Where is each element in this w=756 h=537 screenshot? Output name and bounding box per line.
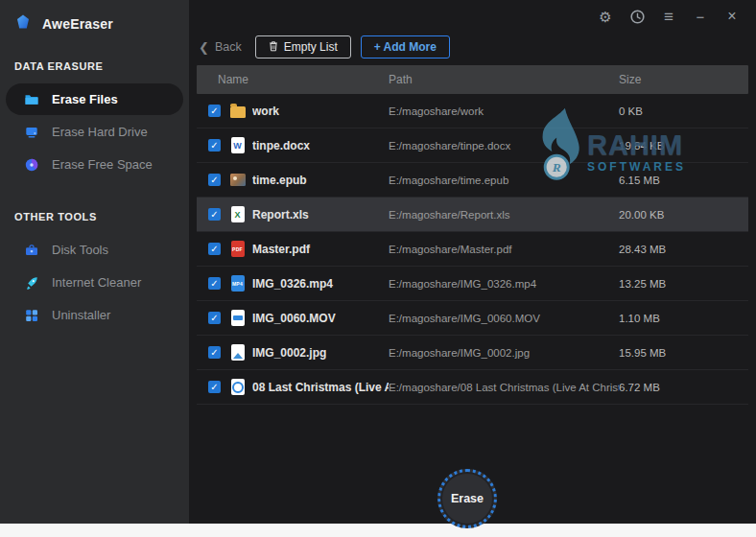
file-type-icon [229, 310, 246, 326]
back-button[interactable]: ❮ Back [199, 40, 242, 55]
file-size: 19.84 KB [619, 140, 748, 152]
sidebar-item-label: Erase Hard Drive [52, 125, 148, 139]
table-row[interactable]: ✓ work E:/magoshare/work 0 KB [197, 94, 748, 128]
file-path: E:/magoshare/Report.xls [389, 209, 619, 221]
sidebar-item-erase-hard-drive[interactable]: Erase Hard Drive [6, 116, 183, 148]
grid-squares-icon [23, 307, 39, 323]
file-path: E:/magoshare/08 Last Christmas (Live At … [389, 382, 619, 393]
sidebar-item-disk-tools[interactable]: Disk Tools [6, 234, 183, 266]
file-type-icon [229, 344, 246, 361]
main-panel: ⚙ ≡ − × ❮ Back Empty List [189, 0, 756, 524]
table-header: Name Path Size [197, 65, 748, 94]
sidebar-item-label: Erase Free Space [52, 157, 153, 172]
file-name: 08 Last Christmas (Live A... [252, 381, 389, 394]
file-path: E:/magoshare/IMG_0060.MOV [389, 313, 619, 324]
row-checkbox[interactable]: ✓ [208, 381, 221, 393]
sidebar: AweEraser DATA ERASURE Erase Files Erase… [0, 0, 189, 524]
file-name: tinpe.docx [252, 139, 389, 152]
table-row[interactable]: ✓ IMG_0060.MOV E:/magoshare/IMG_0060.MOV… [197, 301, 748, 336]
sidebar-item-label: Disk Tools [52, 243, 108, 257]
file-name: IMG_0060.MOV [252, 312, 389, 325]
file-size: 28.43 MB [619, 244, 748, 255]
file-path: E:/magoshare/work [389, 105, 619, 117]
row-checkbox[interactable]: ✓ [208, 105, 221, 117]
section-label-other-tools: OTHER TOOLS [14, 211, 189, 222]
app-window: AweEraser DATA ERASURE Erase Files Erase… [0, 0, 756, 537]
add-more-button[interactable]: + Add More [361, 35, 450, 58]
toolbar: ❮ Back Empty List + Add More [199, 33, 756, 61]
table-row[interactable]: ✓ Master.pdf E:/magoshare/Master.pdf 28.… [197, 232, 748, 267]
table-row[interactable]: ✓ IMG_0002.jpg E:/magoshare/IMG_0002.jpg… [197, 336, 748, 370]
file-size: 6.72 MB [619, 382, 748, 393]
empty-list-button[interactable]: Empty List [255, 35, 351, 58]
menu-icon[interactable]: ≡ [660, 9, 677, 25]
desktop-background-strip [0, 524, 756, 537]
file-size: 1.10 MB [619, 313, 748, 324]
table-row[interactable]: ✓ tinpe.docx E:/magoshare/tinpe.docx 19.… [197, 128, 748, 163]
minimize-icon[interactable]: − [692, 10, 709, 24]
close-icon[interactable]: × [723, 9, 741, 24]
row-checkbox[interactable]: ✓ [208, 243, 221, 255]
row-checkbox[interactable]: ✓ [208, 346, 221, 359]
hard-drive-icon [23, 124, 39, 140]
file-name: Master.pdf [252, 243, 389, 256]
file-type-icon [229, 172, 246, 188]
column-header-path: Path [389, 73, 619, 86]
toolbox-icon [23, 242, 39, 258]
file-size: 6.15 MB [619, 175, 748, 186]
file-path: E:/magoshare/IMG_0326.mp4 [389, 278, 619, 290]
titlebar: ⚙ ≡ − × [189, 0, 756, 33]
sidebar-item-label: Uninstaller [52, 308, 110, 322]
sidebar-item-uninstaller[interactable]: Uninstaller [6, 299, 183, 331]
file-name: IMG_0326.mp4 [252, 277, 389, 291]
sidebar-item-internet-cleaner[interactable]: Internet Cleaner [6, 267, 183, 298]
table-row[interactable]: ✓ IMG_0326.mp4 E:/magoshare/IMG_0326.mp4… [197, 267, 748, 301]
column-header-size: Size [619, 73, 748, 86]
sidebar-item-erase-files[interactable]: Erase Files [6, 83, 183, 115]
file-name: Report.xls [252, 208, 389, 222]
trash-icon [269, 40, 278, 55]
file-name: IMG_0002.jpg [252, 346, 389, 360]
aweeraser-window: AweEraser DATA ERASURE Erase Files Erase… [0, 0, 756, 524]
file-path: E:/magoshare/Master.pdf [389, 244, 619, 255]
table-body: ✓ work E:/magoshare/work 0 KB ✓ tinpe.do… [197, 94, 748, 405]
row-checkbox[interactable]: ✓ [208, 312, 221, 324]
file-name: time.epub [252, 174, 389, 187]
file-type-icon [229, 241, 246, 257]
row-checkbox[interactable]: ✓ [208, 139, 221, 152]
sidebar-item-label: Internet Cleaner [52, 275, 141, 290]
file-type-icon [229, 275, 246, 292]
file-type-icon [229, 379, 246, 395]
app-title: AweEraser [42, 16, 113, 32]
file-table: Name Path Size ✓ work E:/magoshare/work … [197, 65, 748, 405]
back-chevron-icon: ❮ [199, 40, 209, 55]
rocket-icon [23, 274, 39, 291]
empty-list-label: Empty List [284, 40, 338, 54]
file-size: 13.25 MB [619, 278, 748, 290]
table-row[interactable]: ✓ Report.xls E:/magoshare/Report.xls 20.… [197, 198, 748, 232]
app-logo-icon [14, 13, 32, 35]
settings-gear-icon[interactable]: ⚙ [597, 10, 614, 24]
sidebar-item-erase-free-space[interactable]: Erase Free Space [6, 149, 183, 180]
app-logo-row: AweEraser [0, 9, 189, 35]
file-type-icon [229, 103, 246, 119]
row-checkbox[interactable]: ✓ [208, 277, 221, 290]
history-clock-icon[interactable] [628, 10, 646, 24]
column-header-name: Name [218, 73, 389, 86]
file-type-icon [229, 206, 246, 222]
table-row[interactable]: ✓ time.epub E:/magoshare/time.epub 6.15 … [197, 163, 748, 198]
table-row[interactable]: ✓ 08 Last Christmas (Live A... E:/magosh… [197, 370, 748, 405]
add-more-label: + Add More [374, 40, 437, 54]
file-size: 0 KB [619, 105, 748, 117]
file-size: 20.00 KB [619, 209, 748, 221]
erase-button[interactable]: Erase [437, 469, 497, 528]
file-name: work [252, 105, 389, 118]
folder-icon [23, 91, 39, 107]
file-path: E:/magoshare/tinpe.docx [389, 140, 619, 152]
row-checkbox[interactable]: ✓ [208, 208, 221, 221]
row-checkbox[interactable]: ✓ [208, 174, 221, 186]
section-label-data-erasure: DATA ERASURE [14, 60, 189, 72]
free-space-disc-icon [23, 156, 39, 173]
back-label: Back [215, 40, 242, 54]
file-path: E:/magoshare/time.epub [389, 175, 619, 186]
